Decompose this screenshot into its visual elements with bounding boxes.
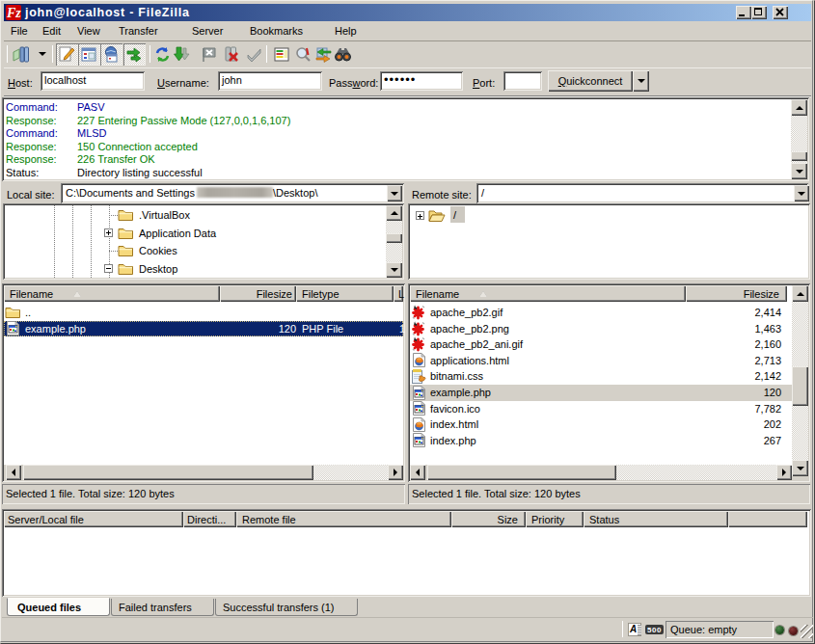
svg-text:Fz: Fz — [6, 6, 21, 20]
